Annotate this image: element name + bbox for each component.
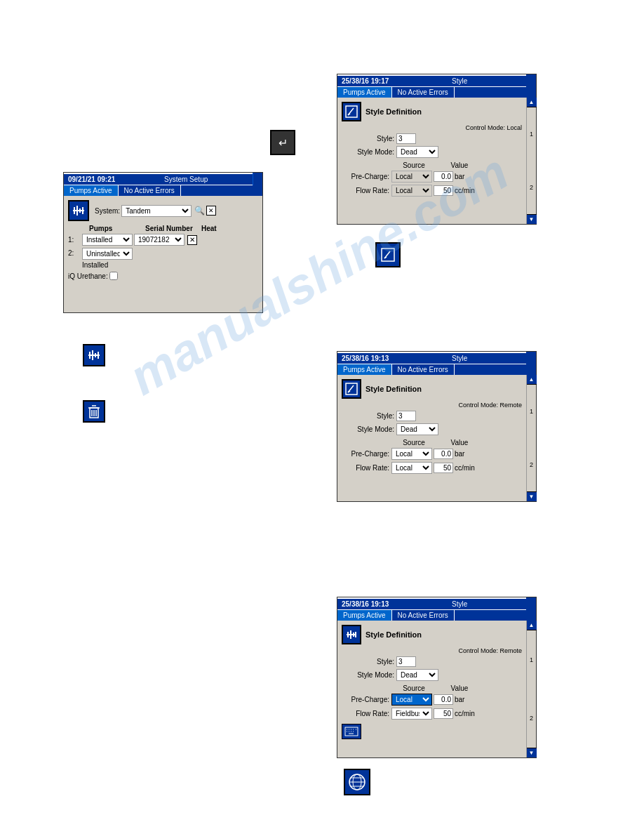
heat-col-header: Heat <box>201 225 222 232</box>
pump1-serial-select[interactable]: 19072182 <box>134 234 185 246</box>
style1-errors-status: No Active Errors <box>392 87 455 98</box>
trash-icon[interactable] <box>83 400 105 423</box>
system-spacer <box>68 280 258 308</box>
pump2-status-select[interactable]: Uninstalled <box>82 248 133 260</box>
system-icon <box>68 200 89 221</box>
enter-icon-btn[interactable]: ↵ <box>270 130 295 155</box>
style2-control-mode: Control Mode: Remote <box>342 402 522 409</box>
style3-value-header: Value <box>438 684 481 692</box>
system-pumps-status: Pumps Active <box>64 185 119 196</box>
style2-icon <box>342 379 361 399</box>
style2-scrollbar: ▲ 1 2 ▼ <box>526 375 536 501</box>
style3-datetime: 25/38/16 19:13 <box>337 599 393 609</box>
pump2-label: 2: <box>68 248 82 257</box>
style1-section-title: Style Definition <box>365 107 422 116</box>
style2-style-row: Style: <box>342 411 522 421</box>
pumps-col-header: Pumps <box>89 225 145 232</box>
style2-status-bar: Pumps Active No Active Errors <box>337 364 536 375</box>
style3-scroll-down[interactable]: ▼ <box>527 748 537 757</box>
style1-flowrate-value[interactable] <box>434 185 453 196</box>
style1-precharge-value[interactable] <box>434 171 453 182</box>
style-panel-1: 25/38/16 19:17 Style Pumps Active No Act… <box>337 74 537 225</box>
system-search-icon[interactable]: 🔍 <box>194 206 205 216</box>
style1-precharge-label: Pre-Charge: <box>342 173 389 180</box>
style1-flowrate-label: Flow Rate: <box>342 187 389 194</box>
style3-precharge-source[interactable]: Local <box>391 694 432 706</box>
style1-flowrate-source[interactable]: Local <box>391 185 432 197</box>
style2-spacer <box>342 476 522 497</box>
pump2-row: 2: Uninstalled Installed <box>68 248 258 269</box>
style1-mode-select[interactable]: Dead <box>396 146 438 158</box>
style1-mode-label: Style Mode: <box>342 148 394 156</box>
style-panel-2: 25/38/16 19:13 Style Pumps Active No Act… <box>337 351 537 502</box>
style2-body: Style Definition Control Mode: Remote St… <box>337 375 536 501</box>
system-select-row: System: Tandem 🔍 ✕ <box>95 205 258 217</box>
style3-title-row: Style Definition <box>342 625 522 644</box>
system-errors-status: No Active Errors <box>119 185 181 196</box>
pump1-status-select[interactable]: Installed <box>82 234 133 246</box>
style3-style-row: Style: <box>342 656 522 667</box>
style2-scroll-up[interactable]: ▲ <box>527 375 537 385</box>
style1-content: Style Definition Control Mode: Local Sty… <box>337 98 526 224</box>
style2-mode-label: Style Mode: <box>342 425 394 433</box>
style1-body: Style Definition Control Mode: Local Sty… <box>337 98 536 224</box>
style2-flowrate-label: Flow Rate: <box>342 464 389 472</box>
style2-style-input[interactable] <box>396 411 416 421</box>
system-setup-content: System: Tandem 🔍 ✕ Pumps Serial Number H… <box>64 196 262 312</box>
style3-flowrate-source[interactable]: Fieldbus <box>391 708 432 720</box>
iq-urethane-label: iQ Urethane: <box>68 272 108 280</box>
style3-precharge-row: Pre-Charge: Local bar <box>342 694 522 706</box>
style2-mode-select[interactable]: Dead <box>396 423 438 435</box>
style2-flowrate-value[interactable] <box>434 463 453 473</box>
svg-rect-19 <box>346 106 357 117</box>
style3-icon <box>342 625 361 644</box>
style1-scroll-up[interactable]: ▲ <box>527 98 537 107</box>
pencil-icon-mid[interactable] <box>375 242 401 267</box>
style3-section-title: Style Definition <box>365 630 422 639</box>
style3-mode-select[interactable]: Dead <box>396 669 438 681</box>
system-select[interactable]: Tandem <box>121 205 192 217</box>
style3-flowrate-value[interactable] <box>434 708 453 719</box>
keyboard-icon[interactable] <box>342 724 361 739</box>
style3-mode-label: Style Mode: <box>342 671 394 679</box>
style1-datetime: 25/38/16 19:17 <box>337 76 393 86</box>
style3-mode-row: Style Mode: Dead <box>342 669 522 681</box>
style2-precharge-row: Pre-Charge: Local bar <box>342 448 522 460</box>
wrench-small-icon[interactable] <box>83 344 105 366</box>
style2-flowrate-source[interactable]: Local <box>391 462 432 474</box>
style2-errors-status: No Active Errors <box>392 364 455 375</box>
style1-status-bar: Pumps Active No Active Errors <box>337 87 536 98</box>
style3-precharge-value[interactable] <box>434 694 453 705</box>
style3-body: Style Definition Control Mode: Remote St… <box>337 621 536 757</box>
style2-pumps-status: Pumps Active <box>337 364 392 375</box>
style3-errors-status: No Active Errors <box>392 610 455 621</box>
style2-content: Style Definition Control Mode: Remote St… <box>337 375 526 501</box>
system-datetime: 09/21/21 09:21 <box>64 174 119 185</box>
style2-scroll-down[interactable]: ▼ <box>527 491 537 501</box>
style3-scroll-up[interactable]: ▲ <box>527 621 537 630</box>
style2-title-row: Style Definition <box>342 379 522 399</box>
style2-grid-header: Source Value <box>342 439 522 446</box>
style3-keyboard-row <box>342 724 522 739</box>
style1-style-row: Style: <box>342 133 522 144</box>
style2-header: 25/38/16 19:13 Style <box>337 352 536 364</box>
style2-precharge-source[interactable]: Local <box>391 448 432 460</box>
style2-section-title: Style Definition <box>365 385 422 393</box>
style2-precharge-value[interactable] <box>434 449 453 459</box>
style1-scroll-down[interactable]: ▼ <box>527 214 537 224</box>
style3-style-input[interactable] <box>396 656 416 667</box>
iq-urethane-row: iQ Urethane: <box>68 272 258 280</box>
iq-urethane-checkbox[interactable] <box>109 272 118 280</box>
pump1-label: 1: <box>68 236 82 244</box>
style3-flowrate-label: Flow Rate: <box>342 710 389 717</box>
pump1-heat-checkbox[interactable]: ✕ <box>187 235 197 245</box>
globe-icon[interactable] <box>344 769 370 795</box>
style1-precharge-source[interactable]: Local <box>391 171 432 183</box>
system-close-btn[interactable]: ✕ <box>206 206 216 216</box>
style3-flowrate-row: Flow Rate: Fieldbus cc/min <box>342 708 522 720</box>
system-setup-panel: 09/21/21 09:21 System Setup Pumps Active… <box>63 172 263 313</box>
style3-pumps-status: Pumps Active <box>337 610 392 621</box>
style1-style-input[interactable] <box>396 133 416 144</box>
style3-title: Style <box>393 599 526 609</box>
style2-value-header: Value <box>438 439 481 446</box>
